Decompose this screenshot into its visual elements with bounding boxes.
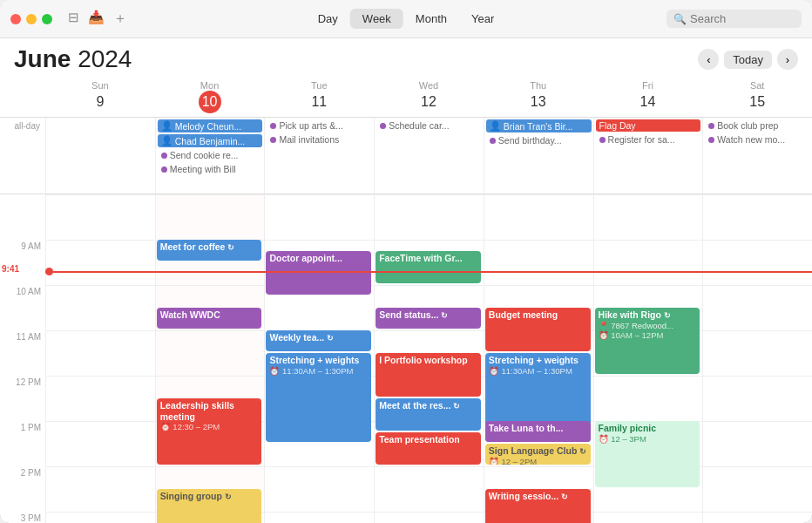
allday-event[interactable]: Flag Day bbox=[596, 119, 701, 132]
day-header-fri: Fri 14 bbox=[593, 77, 703, 117]
calendar-event[interactable]: Weekly tea... ↻ bbox=[266, 330, 371, 351]
close-button[interactable] bbox=[10, 14, 21, 24]
time-cell-d2-h8[interactable] bbox=[264, 194, 374, 240]
search-area: 🔍 bbox=[667, 10, 802, 28]
time-cell-d3-h8[interactable] bbox=[374, 194, 484, 240]
time-cell-d0-h12[interactable] bbox=[45, 376, 155, 421]
time-grid: 9 AM10 AM11 AM12 PM1 PM2 PM3 PM4 PM5 PM6… bbox=[0, 194, 812, 523]
allday-wed: Schedule car... bbox=[374, 118, 484, 194]
allday-sat: Book club prep Watch new mo... bbox=[702, 118, 812, 194]
time-cell-d6-h8[interactable] bbox=[702, 194, 812, 240]
nav-buttons: ‹ Today › bbox=[698, 49, 798, 70]
calendar-event[interactable]: FaceTime with Gr... bbox=[376, 251, 481, 283]
time-cell-d4-h8[interactable] bbox=[484, 194, 593, 240]
time-cell-d5-h12[interactable] bbox=[593, 376, 703, 421]
day-header-sun: Sun 9 bbox=[45, 77, 155, 117]
titlebar: ⊟ 📥 ＋ Day Week Month Year 🔍 bbox=[0, 0, 812, 38]
time-label-10: 10 AM bbox=[0, 285, 45, 330]
allday-event[interactable]: 👤 Melody Cheun... bbox=[158, 119, 263, 132]
tgrid: 9 AM10 AM11 AM12 PM1 PM2 PM3 PM4 PM5 PM6… bbox=[0, 194, 812, 523]
time-cell-d5-h15[interactable] bbox=[593, 512, 703, 523]
day-headers: Sun 9 Mon 10 Tue 11 Wed 12 Thu 13 Fri 14 bbox=[0, 77, 812, 118]
calendar-event[interactable]: Meet at the res... ↻ bbox=[376, 398, 481, 431]
calendar-header: June 2024 ‹ Today › bbox=[0, 38, 812, 77]
time-label-11: 11 AM bbox=[0, 330, 45, 376]
calendar-event[interactable]: Team presentation bbox=[376, 432, 481, 465]
maximize-button[interactable] bbox=[42, 14, 52, 24]
minimize-button[interactable] bbox=[26, 14, 37, 24]
prev-button[interactable]: ‹ bbox=[698, 49, 719, 70]
time-cell-d1-h8[interactable] bbox=[155, 194, 265, 240]
calendar-event[interactable]: Budget meeting bbox=[485, 308, 591, 351]
time-cell-d3-h14[interactable] bbox=[374, 466, 484, 512]
time-cell-d0-h11[interactable] bbox=[45, 330, 155, 376]
tab-week[interactable]: Week bbox=[350, 9, 403, 29]
time-label-14: 2 PM bbox=[0, 466, 45, 512]
allday-event[interactable]: Send cookie re... bbox=[158, 149, 263, 161]
time-cell-d6-h14[interactable] bbox=[702, 466, 812, 512]
calendar-event[interactable]: Doctor appoint... bbox=[266, 251, 371, 295]
allday-event[interactable]: Book club prep bbox=[705, 119, 810, 132]
tab-year[interactable]: Year bbox=[459, 9, 506, 29]
time-cell-d5-h8[interactable] bbox=[593, 194, 703, 240]
calendar-event[interactable]: Watch WWDC bbox=[157, 308, 262, 329]
time-cell-d2-h15[interactable] bbox=[264, 512, 374, 523]
today-button[interactable]: Today bbox=[724, 51, 772, 69]
time-cell-d2-h14[interactable] bbox=[264, 466, 374, 512]
time-label-15: 3 PM bbox=[0, 512, 45, 523]
allday-thu: 👤 Brian Tran's Bir... Send birthday... bbox=[484, 118, 593, 194]
search-input[interactable] bbox=[690, 12, 795, 25]
allday-event[interactable]: Pick up arts &... bbox=[267, 119, 372, 132]
sidebar-toggle[interactable]: ⊟ 📥 ＋ bbox=[68, 10, 127, 28]
time-cell-d4-h9[interactable] bbox=[484, 240, 593, 285]
time-cell-d0-h15[interactable] bbox=[45, 512, 155, 523]
tab-month[interactable]: Month bbox=[403, 9, 459, 29]
calendar-event[interactable]: Singing group ↻ bbox=[157, 489, 262, 523]
time-cell-d0-h10[interactable] bbox=[45, 285, 155, 330]
calendar-event[interactable]: Take Luna to th... bbox=[485, 421, 591, 442]
allday-sun bbox=[45, 118, 155, 194]
time-cell-d6-h9[interactable] bbox=[702, 240, 812, 285]
calendar-event[interactable]: Stretching + weights⏰ 11:30AM – 1:30PM bbox=[266, 353, 371, 442]
calendar-event[interactable]: Writing sessio... ↻ bbox=[485, 489, 591, 523]
time-cell-d6-h15[interactable] bbox=[702, 512, 812, 523]
time-cell-d6-h11[interactable] bbox=[702, 330, 812, 376]
time-cell-d6-h10[interactable] bbox=[702, 285, 812, 330]
calendar-grid: Sun 9 Mon 10 Tue 11 Wed 12 Thu 13 Fri 14 bbox=[0, 77, 812, 523]
time-cell-d5-h9[interactable] bbox=[593, 240, 703, 285]
allday-event[interactable]: Send birthday... bbox=[486, 134, 592, 146]
time-cell-d1-h11[interactable] bbox=[155, 330, 265, 376]
allday-fri: Flag Day Register for sa... bbox=[593, 118, 703, 194]
tab-day[interactable]: Day bbox=[306, 9, 350, 29]
allday-event[interactable]: Register for sa... bbox=[596, 133, 701, 146]
calendar-event[interactable]: Family picnic⏰ 12 – 3PM bbox=[595, 421, 700, 487]
calendar-event[interactable]: Leadership skills meeting⏰ 12:30 – 2PM bbox=[157, 398, 262, 465]
allday-tue: Pick up arts &... Mail invitations bbox=[264, 118, 374, 194]
allday-label: all-day bbox=[0, 118, 45, 194]
allday-event[interactable]: Watch new mo... bbox=[705, 133, 810, 146]
day-header-thu: Thu 13 bbox=[484, 77, 593, 117]
allday-event[interactable]: Meeting with Bill bbox=[158, 163, 263, 175]
sidebar-icon: ⊟ bbox=[68, 10, 79, 28]
search-box[interactable]: 🔍 bbox=[667, 10, 802, 28]
view-tabs: Day Week Month Year bbox=[306, 9, 507, 29]
time-cell-d0-h9[interactable] bbox=[45, 240, 155, 285]
calendar-event[interactable]: Send status... ↻ bbox=[376, 308, 481, 329]
time-cell-d0-h13[interactable] bbox=[45, 421, 155, 466]
time-cell-d3-h15[interactable] bbox=[374, 512, 484, 523]
allday-event[interactable]: 👤 Chad Benjamin... bbox=[158, 134, 263, 147]
add-event-button[interactable]: ＋ bbox=[113, 10, 127, 28]
calendar-event[interactable]: Hike with Rigo ↻📍 7867 Redwood...⏰ 10AM … bbox=[595, 308, 700, 374]
calendar-event[interactable]: Sign Language Club ↻⏰ 12 – 2PM bbox=[485, 444, 591, 465]
allday-event[interactable]: Mail invitations bbox=[267, 133, 372, 146]
time-cell-d0-h8[interactable] bbox=[45, 194, 155, 240]
calendar-event[interactable]: I Portfolio workshop bbox=[376, 353, 481, 397]
time-cell-d6-h13[interactable] bbox=[702, 421, 812, 466]
calendar-event[interactable]: Meet for coffee ↻ bbox=[157, 240, 262, 261]
time-cell-d6-h12[interactable] bbox=[702, 376, 812, 421]
next-button[interactable]: › bbox=[777, 49, 798, 70]
person-icon: 👤 bbox=[490, 120, 501, 132]
time-cell-d0-h14[interactable] bbox=[45, 466, 155, 512]
allday-event[interactable]: Schedule car... bbox=[376, 119, 482, 132]
allday-event[interactable]: 👤 Brian Tran's Bir... bbox=[486, 119, 592, 132]
